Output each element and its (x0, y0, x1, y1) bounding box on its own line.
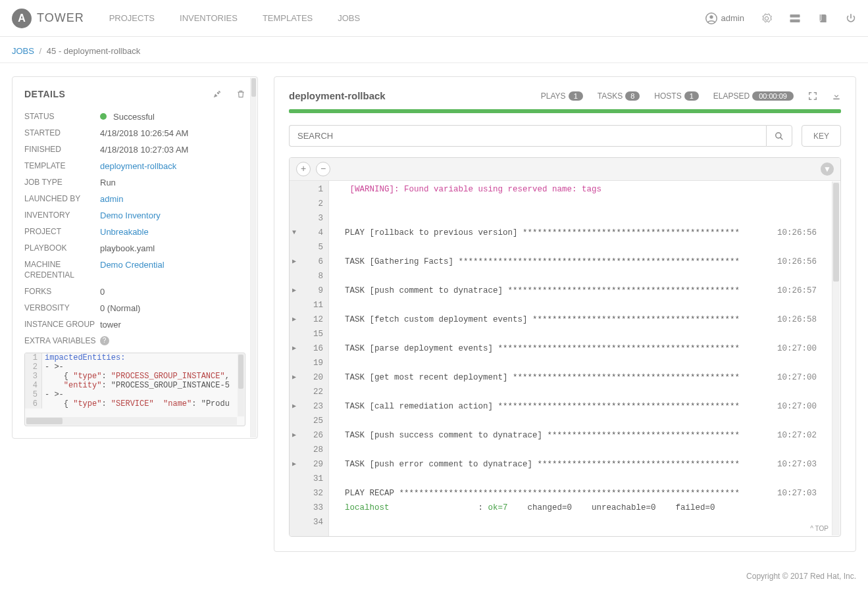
verbosity-value: 0 (Normal) (100, 303, 140, 313)
user-name: admin (721, 13, 744, 23)
svg-point-1 (709, 15, 713, 18)
elapsed-stat: ELAPSED00:00:09 (713, 91, 794, 101)
timestamp: 10:27:00 (777, 370, 817, 385)
nav-projects[interactable]: PROJECTS (109, 13, 155, 23)
details-panel: DETAILS STATUSSuccessful STARTED4/18/201… (12, 76, 258, 439)
hosts-stat: HOSTS1 (654, 91, 698, 101)
top-nav: A TOWER PROJECTS INVENTORIES TEMPLATES J… (0, 0, 868, 37)
expand-all-button[interactable]: + (296, 162, 311, 176)
expand-icon[interactable] (808, 91, 817, 101)
output-line (345, 443, 840, 457)
power-icon[interactable] (846, 13, 856, 24)
forks-label: FORKS (24, 287, 100, 296)
delete-icon[interactable] (236, 89, 245, 99)
chevron-right-icon[interactable]: ▶ (292, 399, 296, 414)
output-line: TASK [fetch custom deployment events] **… (345, 312, 840, 327)
timestamp: 10:27:02 (777, 428, 817, 443)
line-number: 25 (290, 414, 328, 428)
instance-value: tower (100, 320, 121, 330)
cred-label: MACHINE CREDENTIAL (24, 260, 100, 280)
collapse-all-button[interactable]: − (316, 162, 330, 176)
chevron-down-icon[interactable]: ▼ (292, 226, 296, 240)
output-line: TASK [push error comment to dynatrace] *… (345, 457, 840, 472)
cred-link[interactable]: Demo Credential (100, 260, 165, 270)
svg-rect-3 (790, 19, 800, 22)
nav-templates[interactable]: TEMPLATES (263, 13, 313, 23)
status-dot-icon (100, 113, 107, 120)
project-link[interactable]: Unbreakable (100, 227, 149, 237)
key-button[interactable]: KEY (802, 125, 841, 147)
docs-icon[interactable] (818, 13, 829, 24)
line-number: 28 (290, 443, 328, 457)
scrollbar-icon[interactable] (832, 182, 840, 535)
gear-icon[interactable] (761, 13, 772, 24)
nav-inventories[interactable]: INVENTORIES (180, 13, 238, 23)
output-line (345, 197, 840, 211)
help-icon[interactable]: ? (100, 336, 109, 345)
line-number: 3 (290, 211, 328, 226)
chevron-right-icon[interactable]: ▶ (292, 370, 296, 385)
line-number: 11 (290, 298, 328, 312)
status-label: STATUS (24, 112, 100, 121)
playbook-label: PLAYBOOK (24, 243, 100, 253)
search-input[interactable] (289, 125, 766, 147)
output-line (345, 211, 840, 226)
chevron-right-icon[interactable]: ▶ (292, 284, 296, 298)
relaunch-icon[interactable] (213, 89, 222, 99)
nav-jobs[interactable]: JOBS (338, 13, 360, 23)
launched-label: LAUNCHED BY (24, 194, 100, 203)
extravars-label: EXTRA VARIABLES (24, 336, 96, 345)
started-label: STARTED (24, 128, 100, 137)
line-number: ▶29 (290, 457, 328, 472)
svg-rect-2 (790, 14, 800, 18)
timestamp: 10:27:00 (777, 341, 817, 356)
template-link[interactable]: deployment-rollback (100, 161, 176, 171)
started-value: 4/18/2018 10:26:54 AM (100, 128, 188, 138)
scrollbar-icon[interactable] (26, 417, 237, 425)
output-line: PLAY [rollback to previous version] ****… (345, 226, 840, 240)
output-line (345, 472, 840, 486)
search-icon (775, 132, 784, 141)
line-number: ▶12 (290, 312, 328, 327)
line-number: 31 (290, 472, 328, 486)
chevron-right-icon[interactable]: ▶ (292, 255, 296, 269)
inventory-icon[interactable] (789, 13, 801, 24)
user-menu[interactable]: admin (705, 12, 744, 24)
line-number: ▶9 (290, 284, 328, 298)
scroll-top-button[interactable]: ^ TOP (810, 525, 829, 532)
search-button[interactable] (766, 125, 792, 147)
output-box: + − ▼ 123▼45▶68▶911▶1215▶1619▶2022▶2325▶… (289, 157, 841, 537)
output-line: TASK [parse deployment events] *********… (345, 341, 840, 356)
scrollbar-icon[interactable] (250, 78, 257, 437)
breadcrumb-root[interactable]: JOBS (12, 46, 34, 56)
finished-value: 4/18/2018 10:27:03 AM (100, 145, 188, 155)
extra-vars-editor[interactable]: 1impactedEntities:2- >-3 { "type": "PROC… (24, 353, 245, 426)
timestamp: 10:27:03 (777, 457, 817, 472)
timestamp: 10:26:58 (777, 312, 817, 327)
download-icon[interactable] (832, 91, 841, 101)
launched-link[interactable]: admin (100, 194, 123, 204)
line-number: 34 (290, 515, 328, 530)
timestamp: 10:26:56 (777, 226, 817, 240)
line-number: 1 (290, 182, 328, 197)
inventory-label: INVENTORY (24, 210, 100, 220)
output-line (345, 240, 840, 255)
plays-stat: PLAYS1 (541, 91, 583, 101)
scrollbar-icon[interactable] (238, 354, 244, 416)
scroll-bottom-button[interactable]: ▼ (821, 162, 834, 176)
line-number: 22 (290, 385, 328, 399)
brand-name: TOWER (37, 11, 84, 25)
output-line (345, 327, 840, 341)
timestamp: 10:26:56 (777, 255, 817, 269)
chevron-right-icon[interactable]: ▶ (292, 341, 296, 356)
line-number: 5 (290, 240, 328, 255)
verbosity-label: VERBOSITY (24, 303, 100, 312)
inventory-link[interactable]: Demo Inventory (100, 210, 161, 220)
output-line (345, 356, 840, 370)
jobtype-label: JOB TYPE (24, 178, 100, 187)
chevron-right-icon[interactable]: ▶ (292, 428, 296, 443)
chevron-right-icon[interactable]: ▶ (292, 312, 296, 327)
output-panel: deployment-rollback PLAYS1 TASKS8 HOSTS1… (274, 76, 856, 552)
chevron-right-icon[interactable]: ▶ (292, 457, 296, 472)
line-number: ▶16 (290, 341, 328, 356)
